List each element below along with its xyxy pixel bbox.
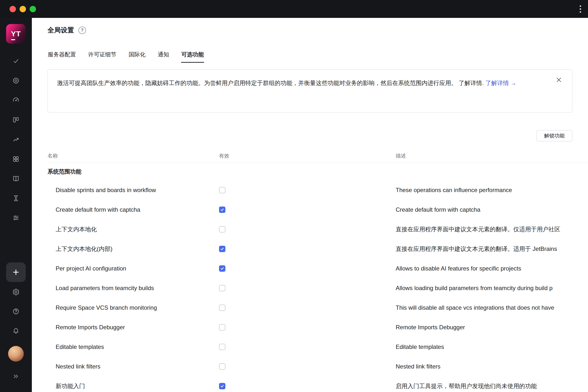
feature-name: Per project AI configuration: [48, 265, 219, 272]
feature-description: Remote Imports Debugger: [396, 324, 588, 331]
title-help-icon[interactable]: ?: [78, 26, 86, 34]
feature-table-body: Disable sprints and boards in workflow T…: [48, 180, 588, 392]
check-icon: [220, 266, 224, 271]
feature-description: 直接在应用程序界面中建议文本元素的翻译。仅适用于用户社区: [396, 226, 588, 233]
feature-description: Create default form with captcha: [396, 206, 588, 213]
feature-checkbox[interactable]: [219, 206, 226, 213]
feature-description: 启用入门工具提示，帮助用户发现他们尚未使用的功能: [396, 382, 588, 390]
dashboards-icon[interactable]: [12, 96, 20, 104]
check-icon: [220, 208, 224, 212]
create-button[interactable]: [6, 262, 26, 282]
notifications-bell-icon[interactable]: [12, 327, 20, 334]
traffic-lights: [10, 6, 36, 12]
feature-name: Require Space VCS branch monitoring: [48, 304, 219, 311]
agile-boards-icon[interactable]: [12, 77, 20, 84]
youtrack-logo[interactable]: YT: [6, 24, 26, 44]
section-title: 系统范围功能: [48, 168, 81, 176]
minimize-window-button[interactable]: [20, 6, 26, 12]
feature-checkbox[interactable]: [219, 324, 226, 330]
table-header-row: 名称 有效 描述: [48, 149, 588, 163]
section-row: 系统范围功能: [48, 163, 588, 180]
sidebar: YT: [0, 18, 32, 392]
feature-description: Allows loading build parameters from tea…: [396, 285, 588, 292]
feature-name: Editable templates: [48, 344, 219, 350]
logo-text: YT: [11, 30, 21, 38]
column-header-description: 描述: [396, 152, 588, 159]
feature-name: Load parameters from teamcity builds: [48, 285, 219, 292]
reports-icon[interactable]: [12, 136, 20, 143]
sidebar-nav: [0, 57, 32, 222]
feature-checkbox[interactable]: [219, 363, 226, 370]
main-content: 全局设置 ? 服务器配置许可证细节国际化通知可选功能 激活可提高团队生产效率的功…: [32, 18, 588, 392]
sidebar-bottom-nav: [0, 262, 32, 380]
help-icon[interactable]: [12, 308, 20, 315]
unlock-features-button[interactable]: 解锁功能: [536, 130, 572, 141]
tab-notifications[interactable]: 通知: [158, 51, 169, 63]
page-header: 全局设置 ?: [48, 26, 86, 34]
feature-checkbox[interactable]: [219, 226, 226, 232]
tab-bar: 服务器配置许可证细节国际化通知可选功能: [48, 51, 204, 63]
kebab-menu-icon[interactable]: [580, 6, 581, 13]
table-row: 上下文内本地化 直接在应用程序界面中建议文本元素的翻译。仅适用于用户社区: [48, 220, 588, 239]
check-icon: [220, 384, 224, 388]
feature-description: These operations can influence performan…: [396, 187, 588, 194]
feature-checkbox[interactable]: [219, 246, 226, 252]
tab-optional-features[interactable]: 可选功能: [181, 51, 204, 63]
table-row: Require Space VCS branch monitoring This…: [48, 298, 588, 318]
table-row: Per project AI configuration Allows to d…: [48, 259, 588, 278]
feature-checkbox[interactable]: [219, 285, 226, 291]
zoom-window-button[interactable]: [30, 6, 36, 12]
feature-checkbox[interactable]: [219, 344, 226, 350]
table-row: Remote Imports Debugger Remote Imports D…: [48, 318, 588, 337]
table-row: 上下文内本地化(内部) 直接在应用程序界面中建议文本元素的翻译。适用于 JetB…: [48, 239, 588, 259]
issues-icon[interactable]: [12, 57, 20, 65]
column-header-name: 名称: [48, 152, 219, 159]
feature-checkbox[interactable]: [219, 265, 226, 272]
window-titlebar: [0, 0, 588, 18]
close-banner-icon[interactable]: [556, 76, 562, 83]
info-banner: 激活可提高团队生产效率的功能，隐藏妨碍工作的功能。为尝鲜用户启用特定于群组的功能…: [48, 69, 572, 112]
table-row: Disable sprints and boards in workflow T…: [48, 180, 588, 200]
feature-checkbox[interactable]: [219, 304, 226, 311]
features-table: 名称 有效 描述 系统范围功能 Disable sprints and boar…: [48, 149, 588, 392]
user-avatar[interactable]: [8, 346, 24, 362]
table-row: Editable templates Editable templates: [48, 337, 588, 357]
page-title: 全局设置: [48, 26, 74, 34]
feature-name: Create default form with captcha: [48, 206, 219, 213]
feature-name: Nested link filters: [48, 363, 219, 370]
feature-description: 直接在应用程序界面中建议文本元素的翻译。适用于 JetBrains: [396, 245, 588, 253]
feature-name: Disable sprints and boards in workflow: [48, 187, 219, 194]
check-icon: [220, 247, 224, 251]
projects-icon[interactable]: [12, 116, 20, 124]
table-row: 新功能入门 启用入门工具提示，帮助用户发现他们尚未使用的功能: [48, 376, 588, 392]
feature-description: Editable templates: [396, 344, 588, 350]
column-header-enabled: 有效: [219, 152, 396, 159]
expand-sidebar-icon[interactable]: [12, 373, 20, 380]
table-row: Load parameters from teamcity builds All…: [48, 278, 588, 298]
settings-gear-icon[interactable]: [12, 288, 20, 296]
close-window-button[interactable]: [10, 6, 16, 12]
feature-name: 上下文内本地化(内部): [48, 245, 219, 253]
tab-server-config[interactable]: 服务器配置: [48, 51, 76, 63]
feature-description: This will disable all space vcs integrat…: [396, 304, 588, 311]
feature-checkbox[interactable]: [219, 187, 226, 193]
timesheets-icon[interactable]: [12, 194, 20, 202]
plus-icon: [12, 268, 20, 276]
feature-description: Nested link filters: [396, 363, 588, 370]
feature-description: Allows to disable AI features for specif…: [396, 265, 588, 272]
banner-text: 激活可提高团队生产效率的功能，隐藏妨碍工作的功能。为尝鲜用户启用特定于群组的功能…: [57, 78, 540, 88]
tab-license-details[interactable]: 许可证细节: [88, 51, 116, 63]
knowledge-base-icon[interactable]: [12, 175, 20, 182]
feature-name: Remote Imports Debugger: [48, 324, 219, 331]
feature-name: 上下文内本地化: [48, 226, 219, 233]
table-row: Create default form with captcha Create …: [48, 200, 588, 220]
gantt-icon[interactable]: [12, 214, 20, 222]
tab-internationalization[interactable]: 国际化: [128, 51, 146, 63]
feature-checkbox[interactable]: [219, 383, 226, 389]
table-row: Nested link filters Nested link filters: [48, 357, 588, 376]
learn-more-link[interactable]: 了解详情 →: [485, 80, 516, 86]
apps-icon[interactable]: [12, 155, 20, 163]
feature-name: 新功能入门: [48, 382, 219, 390]
